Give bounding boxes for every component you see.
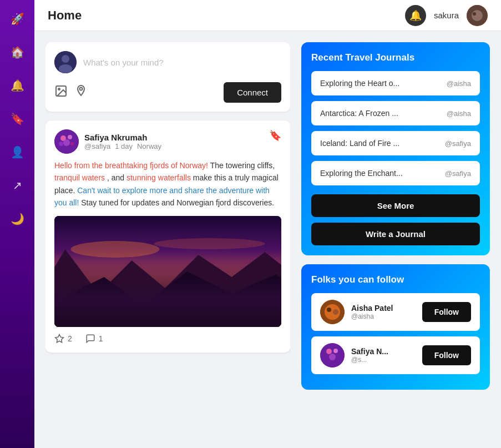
see-more-button[interactable]: See More: [311, 194, 480, 217]
post-image: [54, 216, 281, 327]
svg-point-5: [59, 64, 72, 73]
svg-point-11: [68, 135, 72, 139]
svg-point-7: [58, 88, 60, 90]
compose-actions: [54, 84, 88, 100]
sidebar-item-bookmarks[interactable]: 🔖: [8, 110, 26, 128]
post-submeta: @safiya 1 day Norway: [84, 142, 161, 150]
follow-info-aisha: Aisha Patel @aisha: [351, 304, 416, 320]
svg-point-4: [62, 55, 69, 63]
follow-avatar-aisha: [320, 300, 345, 324]
post-meta: Safiya Nkrumah @safiya 1 day Norway: [84, 133, 161, 150]
sidebar: 🚀 🏠 🔔 🔖 👤 ↗ 🌙: [0, 0, 34, 448]
comment-button[interactable]: 1: [85, 334, 103, 344]
journal-name-1: Exploring the Heart o...: [320, 79, 399, 88]
svg-rect-20: [54, 305, 281, 327]
sidebar-item-share[interactable]: ↗: [8, 177, 26, 194]
post-author-name: Safiya Nkrumah: [84, 133, 161, 142]
journals-panel-title: Recent Travel Journals: [311, 52, 480, 63]
follow-panel: Folks you can follow Aisha Patel @aisha: [301, 264, 490, 390]
left-column: What's on your mind?: [45, 42, 290, 437]
svg-point-17: [154, 238, 265, 249]
write-journal-button[interactable]: Write a Journal: [311, 223, 480, 245]
connect-button[interactable]: Connect: [224, 82, 281, 103]
right-column: Recent Travel Journals Exploring the Hea…: [301, 42, 490, 437]
follow-handle-safiya: @s...: [351, 356, 416, 364]
journal-name-3: Iceland: Land of Fire ...: [320, 139, 399, 148]
comment-count: 1: [99, 334, 103, 343]
follow-panel-title: Folks you can follow: [311, 274, 480, 285]
svg-point-12: [63, 139, 70, 146]
follow-name-aisha: Aisha Patel: [351, 304, 416, 313]
post-handle: @safiya: [84, 142, 110, 150]
sidebar-item-profile[interactable]: 👤: [8, 143, 26, 161]
sidebar-item-darkmode[interactable]: 🌙: [8, 210, 26, 228]
main-area: Home 🔔 sakura: [34, 0, 501, 448]
page-title: Home: [48, 8, 82, 23]
compose-bottom: Connect: [54, 82, 281, 103]
svg-point-8: [80, 88, 83, 90]
svg-point-16: [71, 241, 160, 258]
bookmark-icon[interactable]: 🔖: [269, 129, 281, 142]
follow-button-safiya[interactable]: Follow: [422, 345, 471, 365]
post-location: Norway: [137, 142, 161, 150]
journals-panel: Recent Travel Journals Exploring the Hea…: [301, 42, 490, 255]
journal-author-1: @aisha: [447, 79, 471, 88]
post-time: 1 day: [115, 142, 133, 150]
journal-author-4: @safiya: [445, 169, 471, 178]
header-right: 🔔 sakura: [405, 5, 488, 26]
svg-marker-23: [55, 334, 64, 342]
post-card: Safiya Nkrumah @safiya 1 day Norway 🔖 He…: [45, 120, 290, 353]
post-body: Hello from the breathtaking fjords of No…: [54, 159, 281, 209]
svg-point-26: [327, 308, 331, 312]
journal-author-2: @aisha: [447, 109, 471, 118]
user-name-label: sakura: [434, 11, 459, 20]
svg-point-27: [333, 309, 338, 315]
notification-bell[interactable]: 🔔: [405, 5, 426, 26]
svg-rect-15: [54, 216, 281, 327]
svg-point-30: [333, 349, 338, 353]
compose-box: What's on your mind?: [45, 42, 290, 112]
svg-point-14: [70, 142, 74, 145]
svg-point-31: [329, 354, 336, 360]
journal-item-1[interactable]: Exploring the Heart o... @aisha: [311, 71, 480, 95]
svg-point-2: [473, 12, 476, 16]
sidebar-item-home[interactable]: 🏠: [8, 43, 26, 61]
journal-item-4[interactable]: Exploring the Enchant... @safiya: [311, 161, 480, 185]
journal-author-3: @safiya: [445, 139, 471, 148]
like-count: 2: [68, 334, 72, 343]
post-header-left: Safiya Nkrumah @safiya 1 day Norway: [54, 129, 161, 154]
content-area: What's on your mind?: [34, 31, 501, 448]
compose-avatar: [54, 51, 77, 73]
compose-top: What's on your mind?: [54, 51, 281, 73]
like-button[interactable]: 2: [54, 334, 72, 344]
follow-info-safiya: Safiya N... @s...: [351, 347, 416, 364]
follow-item-aisha: Aisha Patel @aisha Follow: [311, 293, 480, 331]
post-footer: 2 1: [54, 334, 281, 344]
journal-name-4: Exploring the Enchant...: [320, 169, 403, 178]
compose-placeholder[interactable]: What's on your mind?: [83, 58, 164, 67]
follow-avatar-safiya: [320, 343, 345, 368]
svg-marker-19: [54, 271, 281, 327]
image-upload-button[interactable]: [54, 84, 68, 100]
follow-button-aisha[interactable]: Follow: [422, 302, 471, 322]
svg-marker-18: [54, 249, 281, 327]
svg-point-1: [472, 10, 483, 21]
header: Home 🔔 sakura: [34, 0, 501, 31]
journal-item-2[interactable]: Antarctica: A Frozen ... @aisha: [311, 101, 480, 125]
follow-name-safiya: Safiya N...: [351, 347, 416, 356]
follow-handle-aisha: @aisha: [351, 313, 416, 320]
svg-point-13: [59, 142, 63, 146]
svg-point-29: [326, 349, 332, 354]
user-avatar[interactable]: [467, 5, 488, 26]
journal-item-3[interactable]: Iceland: Land of Fire ... @safiya: [311, 131, 480, 155]
post-author-avatar: [54, 129, 79, 154]
location-button[interactable]: [74, 84, 88, 100]
follow-item-safiya: Safiya N... @s... Follow: [311, 336, 480, 374]
journal-name-2: Antarctica: A Frozen ...: [320, 109, 398, 118]
post-header: Safiya Nkrumah @safiya 1 day Norway 🔖: [54, 129, 281, 154]
sidebar-item-rocket[interactable]: 🚀: [8, 10, 26, 28]
sidebar-item-notifications[interactable]: 🔔: [8, 77, 26, 94]
